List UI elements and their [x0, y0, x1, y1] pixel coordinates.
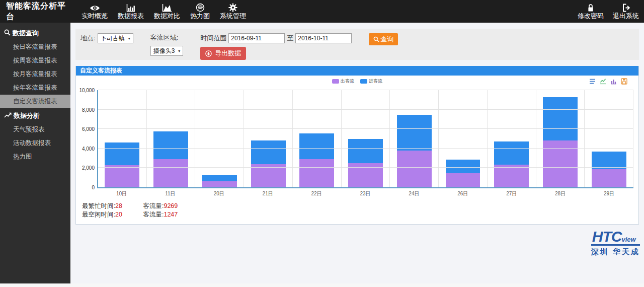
- stacked-bar: [153, 90, 188, 187]
- filter-bar: 地点: 下司古镇 ▾ 客流区域: 摄像头3 ▾ 时间范围 至: [75, 29, 639, 60]
- legend-label-in: 进客流: [369, 78, 382, 85]
- x-axis-label: 27日: [487, 190, 536, 197]
- bar-slot: [146, 90, 195, 187]
- chart-panel: 自定义客流报表 出客流 进客流: [75, 66, 639, 225]
- sidebar-group-data-analysis[interactable]: 数据分析: [0, 108, 70, 123]
- bar-segment-out: [592, 169, 626, 187]
- nav-label: 系统管理: [220, 13, 246, 20]
- legend-swatch-in: [360, 79, 367, 84]
- y-axis-label: 4,000: [82, 146, 95, 151]
- nav-label: 退出系统: [613, 13, 639, 20]
- bar-slot: [487, 90, 536, 187]
- sidebar-item-activity-report[interactable]: 活动数据报表: [0, 136, 70, 150]
- x-axis-label: 22日: [292, 190, 341, 197]
- bar-chart-icon: [126, 3, 135, 12]
- gridline: [98, 90, 633, 90]
- bar-chart-icon[interactable]: [610, 78, 617, 85]
- query-label: 查询: [380, 35, 393, 44]
- bar-segment-in: [494, 141, 529, 164]
- bar-segment-out: [105, 165, 139, 187]
- search-icon: [4, 29, 11, 37]
- sidebar-item-custom-report[interactable]: 自定义客流报表: [0, 95, 70, 108]
- busiest-flow-label: 客流量:: [143, 202, 164, 209]
- gridline: [98, 109, 633, 110]
- bar-segment-in: [251, 140, 286, 164]
- bar-segment-out: [153, 159, 188, 187]
- camera-select[interactable]: 摄像头3 ▾: [150, 46, 184, 56]
- chart-stats: 最繁忙时间:28 客流量:9269 最空闲时间:20 客流量:1247: [76, 197, 638, 224]
- y-axis-label: 2,000: [82, 165, 95, 171]
- nav-label: 数据对比: [154, 13, 180, 20]
- nav-item-heatmap[interactable]: 热力图: [190, 3, 210, 20]
- sidebar-item-monthly-report[interactable]: 按月客流量报表: [0, 67, 70, 81]
- logout-button[interactable]: 退出系统: [613, 3, 639, 20]
- sidebar-item-weekly-report[interactable]: 按周客流量报表: [0, 54, 70, 67]
- x-axis-label: 21日: [244, 190, 292, 197]
- bar-segment-out: [494, 165, 529, 187]
- sidebar-group-label: 数据查询: [13, 29, 39, 38]
- chevron-down-icon: ▾: [178, 49, 180, 53]
- nav-item-compare[interactable]: 数据对比: [154, 3, 180, 20]
- search-icon: [373, 36, 379, 42]
- gridline: [98, 128, 633, 129]
- x-axis-label: 11日: [146, 190, 195, 197]
- bottom-scroll-strip: [0, 283, 644, 287]
- sidebar-item-yearly-report[interactable]: 按年客流量报表: [0, 81, 70, 95]
- bar-segment-in: [592, 152, 626, 170]
- bar-slot: [292, 90, 341, 187]
- chart-toolbox: [589, 78, 627, 85]
- legend-item-out[interactable]: 出客流: [332, 78, 354, 85]
- change-password-button[interactable]: 修改密码: [578, 3, 604, 20]
- nav-label: 实时概览: [82, 13, 108, 20]
- x-axis-labels: 10日11日20日21日22日23日24日26日27日28日29日: [97, 190, 633, 197]
- trend-icon: [4, 112, 12, 120]
- export-data-button[interactable]: 导出数据: [200, 47, 246, 60]
- save-image-icon[interactable]: [620, 78, 627, 85]
- x-axis-label: 10日: [97, 190, 146, 197]
- lock-icon: [587, 3, 594, 12]
- date-from-input[interactable]: [228, 33, 285, 43]
- legend-item-in[interactable]: 进客流: [360, 78, 382, 85]
- query-button[interactable]: 查询: [369, 33, 398, 45]
- gridline: [98, 148, 633, 149]
- nav-item-realtime[interactable]: 实时概览: [82, 3, 108, 20]
- idlest-time-value: 20: [115, 211, 122, 218]
- bar-slot: [389, 90, 438, 187]
- sidebar-group-data-query[interactable]: 数据查询: [0, 26, 70, 40]
- bar-slot: [195, 90, 244, 187]
- stacked-bar: [105, 90, 139, 187]
- y-axis-label: 0: [92, 185, 95, 190]
- bar-segment-in: [348, 139, 383, 163]
- chevron-down-icon: ▾: [128, 36, 130, 41]
- x-axis-label: 26日: [438, 190, 487, 197]
- app-title: 智能客流分析平台: [0, 1, 74, 22]
- logo-subtitle: 深圳 华天成: [591, 247, 640, 257]
- sidebar-item-daily-report[interactable]: 按日客流量报表: [0, 40, 70, 54]
- nav-item-system[interactable]: 系统管理: [220, 3, 246, 20]
- sidebar-item-heatmap[interactable]: 热力图: [0, 150, 70, 164]
- header-right: 修改密码 退出系统: [578, 3, 644, 20]
- bar-slot: [244, 90, 292, 187]
- data-view-icon[interactable]: [589, 78, 596, 85]
- stacked-bar: [446, 90, 480, 187]
- bar-slot: [98, 90, 146, 187]
- eye-icon: [90, 3, 100, 12]
- export-data-label: 导出数据: [215, 49, 241, 58]
- brand-logo: HTCview 深圳 华天成: [591, 229, 640, 257]
- bar-segment-in: [153, 131, 188, 159]
- legend-row: 出客流 进客流: [76, 77, 638, 86]
- sidebar-item-weather-report[interactable]: 天气预报表: [0, 123, 70, 136]
- bar-segment-out: [202, 181, 237, 187]
- line-chart-icon[interactable]: [599, 78, 606, 85]
- stacked-bar: [251, 90, 286, 187]
- nav-item-reports[interactable]: 数据报表: [118, 3, 144, 20]
- sidebar: 数据查询 按日客流量报表 按周客流量报表 按月客流量报表 按年客流量报表 自定义…: [0, 23, 70, 283]
- logout-icon: [622, 3, 630, 12]
- date-to-input[interactable]: [295, 33, 352, 43]
- nav-label: 修改密码: [578, 13, 604, 20]
- legend-swatch-out: [332, 79, 339, 84]
- location-select[interactable]: 下司古镇 ▾: [98, 33, 133, 43]
- chart-plot: 02,0004,0006,0008,00010,000: [97, 90, 633, 188]
- x-axis-label: 23日: [341, 190, 390, 197]
- bar-slot: [584, 90, 633, 187]
